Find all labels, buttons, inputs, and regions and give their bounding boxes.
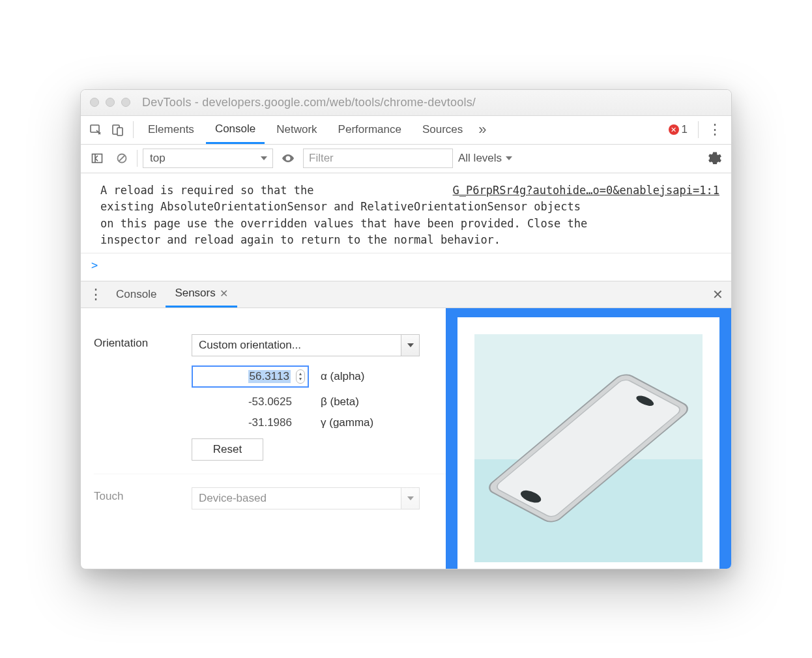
alpha-label: α (alpha) [321, 370, 364, 383]
settings-gear-icon[interactable] [705, 149, 725, 168]
tab-elements[interactable]: Elements [139, 116, 203, 144]
error-count: 1 [682, 123, 688, 136]
chevron-down-icon [401, 335, 419, 356]
window-title: DevTools - developers.google.com/web/too… [142, 96, 476, 109]
svg-rect-7 [494, 378, 683, 519]
orientation-preset-select[interactable]: Custom orientation... [192, 334, 420, 356]
window-titlebar: DevTools - developers.google.com/web/too… [81, 90, 731, 116]
alpha-value: 56.3113 [248, 370, 291, 383]
separator [133, 121, 134, 138]
tabs-overflow[interactable]: » [474, 121, 490, 138]
traffic-close[interactable] [90, 98, 99, 107]
message-source-link[interactable]: G_P6rpRSr4g?autohide…o=0&enablejsapi=1:1 [453, 182, 719, 199]
separator [137, 150, 138, 167]
console-sidebar-toggle-icon[interactable] [87, 149, 107, 168]
beta-input[interactable]: -53.0625 [192, 395, 309, 408]
close-icon[interactable]: ✕ [220, 287, 228, 300]
tab-network[interactable]: Network [267, 116, 326, 144]
touch-select[interactable]: Device-based [192, 487, 420, 509]
svg-rect-2 [117, 128, 123, 136]
reset-button[interactable]: Reset [192, 438, 263, 461]
chevron-down-icon [401, 488, 419, 509]
filter-input[interactable]: Filter [303, 149, 453, 168]
alpha-input[interactable]: 56.3113 ▴▾ [192, 365, 309, 388]
tab-sources[interactable]: Sources [413, 116, 472, 144]
drawer-close-icon[interactable]: ✕ [708, 285, 727, 304]
beta-label: β (beta) [321, 395, 359, 408]
drawer-tabs: ⋮ Console Sensors ✕ ✕ [81, 281, 731, 308]
phone-model-icon [478, 367, 699, 528]
kebab-menu-icon[interactable]: ⋮ [704, 121, 726, 138]
filter-placeholder: Filter [309, 152, 334, 165]
traffic-min[interactable] [106, 98, 115, 107]
console-message: G_P6rpRSr4g?autohide…o=0&enablejsapi=1:1… [81, 173, 731, 253]
eye-icon[interactable] [278, 149, 298, 168]
drawer-kebab-icon[interactable]: ⋮ [85, 286, 107, 303]
stepper-icon[interactable]: ▴▾ [296, 369, 305, 384]
drawer-tab-sensors-label: Sensors [175, 287, 215, 300]
clear-console-icon[interactable] [112, 149, 132, 168]
error-badge[interactable]: ✕ 1 [669, 123, 688, 136]
log-levels-label: All levels [458, 152, 502, 165]
orientation-visualization[interactable] [474, 334, 703, 562]
tab-console[interactable]: Console [206, 116, 265, 144]
log-levels-select[interactable]: All levels [458, 152, 512, 165]
svg-rect-3 [93, 154, 102, 163]
error-icon: ✕ [669, 124, 679, 135]
inspect-icon[interactable] [86, 120, 106, 139]
console-prompt[interactable]: > [81, 253, 731, 281]
touch-value: Device-based [199, 492, 267, 505]
drawer-tab-console[interactable]: Console [107, 281, 166, 308]
gamma-input[interactable]: -31.1986 [192, 416, 309, 429]
drawer-tab-sensors[interactable]: Sensors ✕ [166, 281, 237, 308]
context-select[interactable]: top [143, 149, 273, 168]
orientation-visualization-highlight [446, 308, 731, 569]
svg-point-5 [287, 157, 289, 159]
console-toolbar: top Filter All levels [81, 145, 731, 173]
main-tabs: Elements Console Network Performance Sou… [81, 116, 731, 145]
tab-performance[interactable]: Performance [329, 116, 411, 144]
chevron-down-icon [506, 156, 512, 160]
orientation-label: Orientation [94, 334, 192, 350]
context-select-value: top [150, 152, 166, 165]
touch-label: Touch [94, 487, 192, 503]
devtools-window: DevTools - developers.google.com/web/too… [80, 89, 732, 569]
gamma-label: γ (gamma) [321, 416, 373, 429]
separator [698, 121, 699, 138]
chevron-down-icon [261, 156, 267, 160]
orientation-preset-value: Custom orientation... [199, 339, 301, 352]
traffic-max[interactable] [121, 98, 130, 107]
sensors-panel: Orientation Custom orientation... 56.311… [81, 308, 731, 569]
device-toggle-icon[interactable] [108, 120, 128, 139]
traffic-lights [90, 98, 130, 107]
